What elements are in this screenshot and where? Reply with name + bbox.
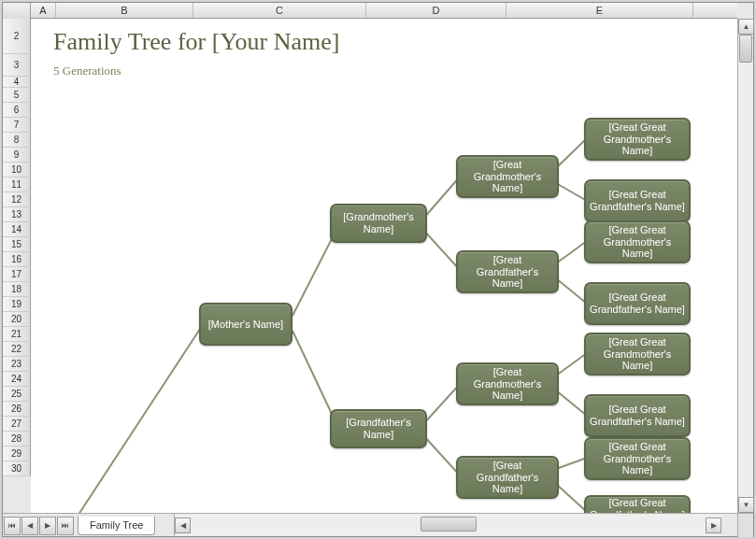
scroll-corner [737, 514, 753, 537]
node-gg-grandfather-1[interactable]: [Great Great Grandfather's Name] [584, 179, 691, 222]
vertical-scrollbar[interactable]: ▲ ▼ [737, 19, 753, 513]
row-header-24[interactable]: 24 [3, 372, 31, 387]
sheet-nav: ⏮ ◀ ▶ ⏭ Family Tree [3, 514, 155, 537]
page-subtitle: 5 Generations [53, 64, 121, 78]
row-header-18[interactable]: 18 [3, 282, 31, 297]
row-header-5[interactable]: 5 [3, 88, 31, 103]
row-header-26[interactable]: 26 [3, 402, 31, 417]
row-header-27[interactable]: 27 [3, 417, 31, 432]
node-great-grandmother-1[interactable]: [Great Grandmother's Name] [456, 155, 559, 198]
node-gg-grandfather-4[interactable]: [Great Great Grandfather's Name] [584, 495, 691, 513]
node-gg-grandfather-2[interactable]: [Great Great Grandfather's Name] [584, 282, 691, 325]
node-gg-grandmother-3[interactable]: [Great Great Grandmother's Name] [584, 333, 691, 376]
vertical-scroll-thumb[interactable] [739, 35, 752, 63]
node-grandmother[interactable]: [Grandmother's Name] [330, 204, 427, 243]
node-great-grandfather-2[interactable]: [Great Grandfather's Name] [456, 456, 559, 499]
select-all-corner[interactable] [3, 3, 31, 19]
row-header-9[interactable]: 9 [3, 148, 31, 163]
row-header-15[interactable]: 15 [3, 237, 31, 252]
row-header-20[interactable]: 20 [3, 312, 31, 327]
sheet-nav-next[interactable]: ▶ [39, 517, 56, 535]
node-gg-grandfather-3[interactable]: [Great Great Grandfather's Name] [584, 394, 691, 437]
scroll-down-button[interactable]: ▼ [738, 497, 754, 513]
bottom-bar: ⏮ ◀ ▶ ⏭ Family Tree ◀ ▶ [3, 513, 753, 536]
worksheet-area[interactable]: Family Tree for [Your Name] 5 Generation… [31, 19, 737, 513]
row-header-8[interactable]: 8 [3, 133, 31, 148]
node-grandfather[interactable]: [Grandfather's Name] [330, 409, 427, 448]
node-gg-grandmother-4[interactable]: [Great Great Grandmother's Name] [584, 437, 691, 480]
row-header-2[interactable]: 2 [3, 19, 31, 54]
row-header-30[interactable]: 30 [3, 461, 31, 476]
row-header-28[interactable]: 28 [3, 432, 31, 447]
row-header-13[interactable]: 13 [3, 207, 31, 222]
row-header-19[interactable]: 19 [3, 297, 31, 312]
row-header-4[interactable]: 4 [3, 77, 31, 88]
col-header-A[interactable]: A [31, 3, 56, 18]
row-header-16[interactable]: 16 [3, 252, 31, 267]
col-header-E[interactable]: E [506, 3, 693, 18]
horizontal-scroll-thumb[interactable] [421, 517, 477, 532]
node-great-grandmother-2[interactable]: [Great Grandmother's Name] [456, 362, 559, 405]
row-header-3[interactable]: 3 [3, 54, 31, 77]
col-header-C[interactable]: C [193, 3, 366, 18]
row-header-22[interactable]: 22 [3, 342, 31, 357]
node-gg-grandmother-1[interactable]: [Great Great Grandmother's Name] [584, 118, 691, 161]
row-header-14[interactable]: 14 [3, 222, 31, 237]
node-great-grandfather-1[interactable]: [Great Grandfather's Name] [456, 250, 559, 293]
col-header-B[interactable]: B [56, 3, 193, 18]
row-header-6[interactable]: 6 [3, 103, 31, 118]
horizontal-scrollbar[interactable]: ◀ ▶ [174, 514, 721, 536]
sheet-nav-first[interactable]: ⏮ [4, 517, 21, 535]
row-header-29[interactable]: 29 [3, 447, 31, 461]
scroll-up-button[interactable]: ▲ [738, 19, 754, 35]
col-header-D[interactable]: D [366, 3, 506, 18]
scroll-right-button[interactable]: ▶ [706, 518, 721, 533]
row-header-21[interactable]: 21 [3, 327, 31, 342]
sheet-nav-last[interactable]: ⏭ [57, 517, 74, 535]
row-headers: 2345678910111213141516171819202122232425… [3, 19, 31, 513]
row-header-10[interactable]: 10 [3, 163, 31, 177]
node-mother[interactable]: [Mother's Name] [199, 303, 292, 346]
row-header-7[interactable]: 7 [3, 118, 31, 133]
row-header-23[interactable]: 23 [3, 357, 31, 372]
row-header-11[interactable]: 11 [3, 177, 31, 192]
page-title: Family Tree for [Your Name] [53, 28, 339, 56]
row-header-25[interactable]: 25 [3, 387, 31, 402]
node-gg-grandmother-2[interactable]: [Great Great Grandmother's Name] [584, 220, 691, 263]
column-headers: A B C D E [3, 3, 737, 19]
workbook-window: A B C D E 234567891011121314151617181920… [2, 2, 754, 537]
sheet-nav-prev[interactable]: ◀ [21, 517, 38, 535]
scroll-left-button[interactable]: ◀ [175, 518, 191, 533]
row-header-17[interactable]: 17 [3, 267, 31, 282]
sheet-tab-family-tree[interactable]: Family Tree [78, 517, 155, 535]
row-header-12[interactable]: 12 [3, 192, 31, 207]
